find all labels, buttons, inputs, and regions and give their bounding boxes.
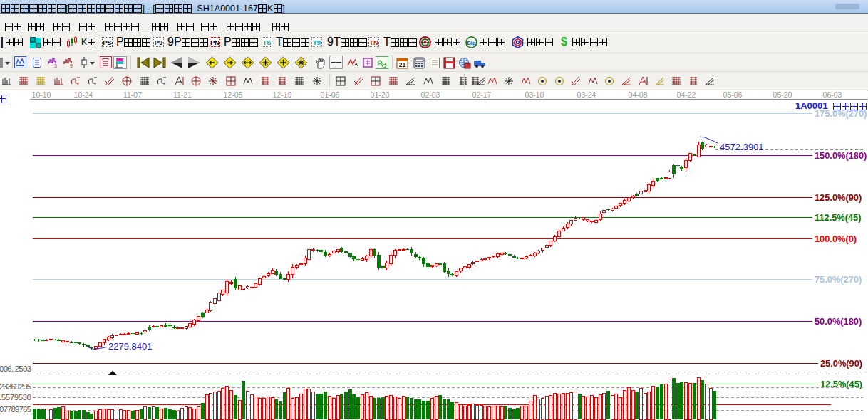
svg-text:12-05: 12-05: [224, 90, 243, 99]
svg-text:2279.8401: 2279.8401: [108, 341, 152, 352]
svg-text:2: 2: [77, 82, 80, 86]
svg-text:11-07: 11-07: [123, 90, 142, 99]
svg-text:01-06: 01-06: [321, 90, 340, 99]
svg-text:3: 3: [54, 63, 57, 68]
svg-text:.5579530: .5579530: [0, 393, 31, 401]
svg-text:9: 9: [70, 63, 73, 68]
svg-text:21: 21: [399, 61, 406, 68]
svg-text:01-20: 01-20: [371, 90, 390, 99]
svg-text:02-03: 02-03: [421, 90, 440, 99]
svg-text:12-19: 12-19: [273, 90, 292, 99]
svg-text:25.0%(90): 25.0%(90): [820, 358, 862, 369]
svg-text:4572.3901: 4572.3901: [720, 142, 763, 152]
svg-text:150.0%(180): 150.0%(180): [815, 150, 867, 161]
svg-text:2: 2: [94, 82, 97, 86]
svg-text:03-24: 03-24: [577, 90, 596, 99]
svg-text:2: 2: [163, 82, 166, 86]
svg-text:05-20: 05-20: [773, 90, 792, 99]
svg-text:23369295: 23369295: [0, 382, 31, 391]
svg-text:11-21: 11-21: [173, 90, 192, 99]
svg-text:06-03: 06-03: [823, 90, 842, 99]
svg-text:05-06: 05-06: [723, 90, 743, 99]
svg-text:50.0%(180): 50.0%(180): [815, 316, 862, 327]
svg-text:07789765: 07789765: [0, 405, 31, 414]
svg-text:Big: Big: [467, 39, 476, 46]
svg-text:04-22: 04-22: [677, 90, 696, 99]
svg-text:75.0%(270): 75.0%(270): [815, 274, 862, 285]
svg-text:125.0%(90): 125.0%(90): [815, 192, 862, 203]
svg-text:10-10: 10-10: [32, 90, 51, 99]
svg-text:04-08: 04-08: [629, 90, 648, 99]
svg-text:112.5%(45): 112.5%(45): [815, 212, 861, 223]
svg-text:10-24: 10-24: [74, 90, 93, 99]
svg-text:03-10: 03-10: [525, 90, 544, 99]
svg-text:006. 2593: 006. 2593: [0, 364, 31, 373]
svg-text:02-17: 02-17: [472, 90, 492, 99]
svg-text:100.0%(0): 100.0%(0): [815, 233, 857, 244]
